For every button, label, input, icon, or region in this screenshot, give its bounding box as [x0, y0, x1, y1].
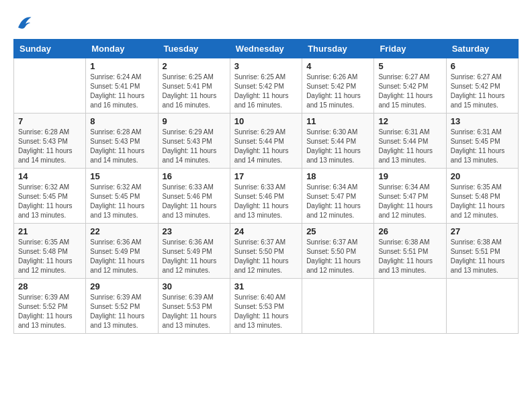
calendar-cell: 9Sunrise: 6:29 AMSunset: 5:43 PMDaylight… [158, 113, 230, 169]
page-header [13, 13, 519, 32]
day-number: 11 [306, 116, 369, 126]
calendar-cell: 26Sunrise: 6:38 AMSunset: 5:51 PMDayligh… [374, 224, 446, 279]
calendar-week-row: 21Sunrise: 6:35 AMSunset: 5:48 PMDayligh… [14, 224, 519, 279]
calendar-cell: 5Sunrise: 6:27 AMSunset: 5:42 PMDaylight… [374, 58, 446, 113]
day-number: 5 [378, 61, 441, 71]
logo [13, 13, 35, 32]
calendar-cell: 20Sunrise: 6:35 AMSunset: 5:48 PMDayligh… [446, 169, 518, 224]
calendar-cell: 29Sunrise: 6:39 AMSunset: 5:52 PMDayligh… [86, 279, 158, 334]
calendar-header-row: SundayMondayTuesdayWednesdayThursdayFrid… [14, 40, 519, 58]
day-info: Sunrise: 6:31 AMSunset: 5:44 PMDaylight:… [378, 128, 441, 165]
day-info: Sunrise: 6:40 AMSunset: 5:53 PMDaylight:… [234, 293, 298, 330]
day-info: Sunrise: 6:34 AMSunset: 5:47 PMDaylight:… [306, 183, 369, 220]
day-info: Sunrise: 6:28 AMSunset: 5:43 PMDaylight:… [18, 128, 81, 165]
day-number: 13 [451, 116, 514, 126]
weekday-header: Sunday [14, 40, 86, 58]
day-number: 26 [378, 226, 441, 236]
day-number: 23 [163, 226, 226, 236]
weekday-header: Thursday [302, 40, 374, 58]
day-info: Sunrise: 6:37 AMSunset: 5:50 PMDaylight:… [306, 238, 369, 275]
calendar-cell: 12Sunrise: 6:31 AMSunset: 5:44 PMDayligh… [374, 113, 446, 169]
calendar-cell: 10Sunrise: 6:29 AMSunset: 5:44 PMDayligh… [230, 113, 302, 169]
calendar-cell [374, 279, 446, 334]
day-info: Sunrise: 6:35 AMSunset: 5:48 PMDaylight:… [18, 238, 81, 275]
day-info: Sunrise: 6:39 AMSunset: 5:52 PMDaylight:… [90, 293, 153, 330]
day-info: Sunrise: 6:25 AMSunset: 5:42 PMDaylight:… [234, 73, 298, 110]
calendar-cell: 1Sunrise: 6:24 AMSunset: 5:41 PMDaylight… [86, 58, 158, 113]
weekday-header: Saturday [446, 40, 518, 58]
day-info: Sunrise: 6:38 AMSunset: 5:51 PMDaylight:… [378, 238, 441, 275]
day-number: 15 [90, 171, 153, 181]
day-number: 19 [378, 171, 441, 181]
day-number: 22 [90, 226, 153, 236]
day-info: Sunrise: 6:36 AMSunset: 5:49 PMDaylight:… [163, 238, 226, 275]
day-number: 7 [18, 116, 81, 126]
day-info: Sunrise: 6:31 AMSunset: 5:45 PMDaylight:… [451, 128, 514, 165]
calendar-cell: 27Sunrise: 6:38 AMSunset: 5:51 PMDayligh… [446, 224, 518, 279]
calendar-cell: 8Sunrise: 6:28 AMSunset: 5:43 PMDaylight… [86, 113, 158, 169]
day-number: 12 [378, 116, 441, 126]
calendar-cell: 24Sunrise: 6:37 AMSunset: 5:50 PMDayligh… [230, 224, 302, 279]
calendar-table: SundayMondayTuesdayWednesdayThursdayFrid… [13, 39, 519, 334]
calendar-cell: 18Sunrise: 6:34 AMSunset: 5:47 PMDayligh… [302, 169, 374, 224]
day-number: 30 [163, 281, 226, 291]
logo-icon [13, 13, 32, 32]
day-number: 16 [163, 171, 226, 181]
day-info: Sunrise: 6:37 AMSunset: 5:50 PMDaylight:… [234, 238, 298, 275]
day-number: 25 [306, 226, 369, 236]
day-info: Sunrise: 6:32 AMSunset: 5:45 PMDaylight:… [18, 183, 81, 220]
day-info: Sunrise: 6:30 AMSunset: 5:44 PMDaylight:… [306, 128, 369, 165]
day-number: 28 [18, 281, 81, 291]
day-number: 29 [90, 281, 153, 291]
calendar-cell: 2Sunrise: 6:25 AMSunset: 5:41 PMDaylight… [158, 58, 230, 113]
day-number: 31 [234, 281, 298, 291]
calendar-cell: 4Sunrise: 6:26 AMSunset: 5:42 PMDaylight… [302, 58, 374, 113]
day-number: 4 [306, 61, 369, 71]
calendar-week-row: 1Sunrise: 6:24 AMSunset: 5:41 PMDaylight… [14, 58, 519, 113]
day-number: 10 [234, 116, 298, 126]
day-info: Sunrise: 6:28 AMSunset: 5:43 PMDaylight:… [90, 128, 153, 165]
day-number: 14 [18, 171, 81, 181]
calendar-week-row: 28Sunrise: 6:39 AMSunset: 5:52 PMDayligh… [14, 279, 519, 334]
calendar-cell: 14Sunrise: 6:32 AMSunset: 5:45 PMDayligh… [14, 169, 86, 224]
calendar-cell [14, 58, 86, 113]
calendar-cell: 13Sunrise: 6:31 AMSunset: 5:45 PMDayligh… [446, 113, 518, 169]
day-number: 18 [306, 171, 369, 181]
day-number: 2 [163, 61, 226, 71]
calendar-cell: 15Sunrise: 6:32 AMSunset: 5:45 PMDayligh… [86, 169, 158, 224]
weekday-header: Wednesday [230, 40, 302, 58]
day-number: 6 [451, 61, 514, 71]
day-info: Sunrise: 6:25 AMSunset: 5:41 PMDaylight:… [163, 73, 226, 110]
weekday-header: Tuesday [158, 40, 230, 58]
day-number: 20 [451, 171, 514, 181]
calendar-week-row: 14Sunrise: 6:32 AMSunset: 5:45 PMDayligh… [14, 169, 519, 224]
day-info: Sunrise: 6:38 AMSunset: 5:51 PMDaylight:… [451, 238, 514, 275]
day-number: 9 [163, 116, 226, 126]
day-number: 27 [451, 226, 514, 236]
day-info: Sunrise: 6:27 AMSunset: 5:42 PMDaylight:… [378, 73, 441, 110]
day-info: Sunrise: 6:27 AMSunset: 5:42 PMDaylight:… [451, 73, 514, 110]
calendar-cell: 22Sunrise: 6:36 AMSunset: 5:49 PMDayligh… [86, 224, 158, 279]
calendar-cell: 19Sunrise: 6:34 AMSunset: 5:47 PMDayligh… [374, 169, 446, 224]
day-info: Sunrise: 6:24 AMSunset: 5:41 PMDaylight:… [90, 73, 153, 110]
day-number: 8 [90, 116, 153, 126]
calendar-cell: 23Sunrise: 6:36 AMSunset: 5:49 PMDayligh… [158, 224, 230, 279]
day-info: Sunrise: 6:29 AMSunset: 5:44 PMDaylight:… [234, 128, 298, 165]
calendar-cell: 16Sunrise: 6:33 AMSunset: 5:46 PMDayligh… [158, 169, 230, 224]
day-info: Sunrise: 6:32 AMSunset: 5:45 PMDaylight:… [90, 183, 153, 220]
day-number: 24 [234, 226, 298, 236]
day-info: Sunrise: 6:33 AMSunset: 5:46 PMDaylight:… [234, 183, 298, 220]
calendar-cell: 31Sunrise: 6:40 AMSunset: 5:53 PMDayligh… [230, 279, 302, 334]
calendar-cell: 21Sunrise: 6:35 AMSunset: 5:48 PMDayligh… [14, 224, 86, 279]
weekday-header: Friday [374, 40, 446, 58]
day-info: Sunrise: 6:34 AMSunset: 5:47 PMDaylight:… [378, 183, 441, 220]
calendar-cell: 25Sunrise: 6:37 AMSunset: 5:50 PMDayligh… [302, 224, 374, 279]
day-info: Sunrise: 6:33 AMSunset: 5:46 PMDaylight:… [163, 183, 226, 220]
day-info: Sunrise: 6:39 AMSunset: 5:53 PMDaylight:… [163, 293, 226, 330]
day-info: Sunrise: 6:29 AMSunset: 5:43 PMDaylight:… [163, 128, 226, 165]
day-number: 17 [234, 171, 298, 181]
calendar-week-row: 7Sunrise: 6:28 AMSunset: 5:43 PMDaylight… [14, 113, 519, 169]
calendar-cell [446, 279, 518, 334]
calendar-cell: 7Sunrise: 6:28 AMSunset: 5:43 PMDaylight… [14, 113, 86, 169]
day-number: 1 [90, 61, 153, 71]
